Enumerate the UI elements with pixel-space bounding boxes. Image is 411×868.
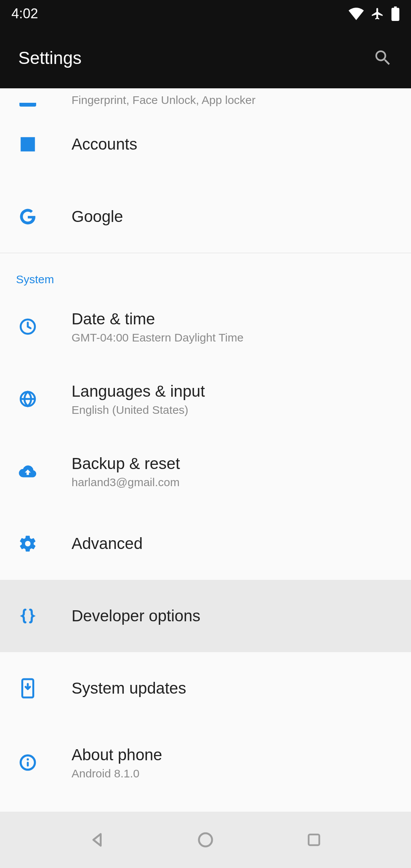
- item-subtitle: harland3@gmail.com: [72, 476, 180, 489]
- settings-item-accounts[interactable]: Accounts: [0, 108, 411, 180]
- settings-item-developer-options[interactable]: Developer options: [0, 580, 411, 652]
- settings-item-date-time[interactable]: Date & time GMT-04:00 Eastern Daylight T…: [0, 290, 411, 363]
- security-icon: [19, 103, 36, 107]
- item-title: About phone: [72, 745, 162, 765]
- settings-item-advanced[interactable]: Advanced: [0, 507, 411, 580]
- info-icon: [18, 753, 37, 772]
- search-button[interactable]: [373, 48, 393, 68]
- settings-item-about-phone[interactable]: About phone Android 8.1.0: [0, 724, 411, 797]
- svg-rect-5: [27, 762, 29, 767]
- item-title: Accounts: [72, 134, 137, 155]
- svg-point-6: [199, 833, 212, 847]
- cloud-upload-icon: [18, 462, 37, 481]
- gear-icon: [18, 534, 37, 553]
- app-bar: Settings: [0, 27, 411, 88]
- settings-item-google[interactable]: Google: [0, 180, 411, 253]
- item-title: System updates: [72, 678, 186, 699]
- google-icon: [18, 207, 37, 226]
- settings-item-security[interactable]: Fingerprint, Face Unlock, App locker: [0, 88, 411, 108]
- battery-icon: [391, 6, 400, 21]
- page-title: Settings: [18, 48, 81, 68]
- item-title: Advanced: [72, 534, 143, 554]
- item-title: Date & time: [72, 309, 244, 329]
- airplane-icon: [371, 7, 384, 21]
- settings-item-system-updates[interactable]: System updates: [0, 652, 411, 724]
- status-time: 4:02: [11, 6, 38, 22]
- wifi-icon: [349, 7, 364, 20]
- nav-home-button[interactable]: [194, 828, 217, 851]
- settings-item-languages[interactable]: Languages & input English (United States…: [0, 363, 411, 435]
- status-bar: 4:02: [0, 0, 411, 27]
- item-title: Backup & reset: [72, 454, 180, 474]
- navigation-bar: [0, 812, 411, 868]
- svg-point-4: [27, 758, 29, 761]
- system-update-icon: [18, 679, 37, 698]
- item-title: Developer options: [72, 606, 201, 626]
- accounts-icon: [18, 135, 37, 154]
- item-title: Languages & input: [72, 381, 205, 402]
- section-header-system: System: [0, 253, 411, 290]
- nav-recent-button[interactable]: [303, 828, 325, 851]
- item-subtitle: English (United States): [72, 404, 205, 416]
- settings-list[interactable]: Fingerprint, Face Unlock, App locker Acc…: [0, 88, 411, 812]
- svg-rect-7: [309, 834, 319, 845]
- globe-icon: [18, 389, 37, 408]
- item-subtitle: Fingerprint, Face Unlock, App locker: [72, 94, 256, 107]
- braces-icon: [18, 606, 37, 625]
- nav-back-button[interactable]: [86, 828, 108, 851]
- status-icons: [349, 6, 400, 21]
- item-title: Google: [72, 207, 123, 227]
- item-subtitle: GMT-04:00 Eastern Daylight Time: [72, 331, 244, 344]
- settings-item-backup[interactable]: Backup & reset harland3@gmail.com: [0, 435, 411, 507]
- clock-icon: [18, 317, 37, 336]
- item-subtitle: Android 8.1.0: [72, 767, 162, 780]
